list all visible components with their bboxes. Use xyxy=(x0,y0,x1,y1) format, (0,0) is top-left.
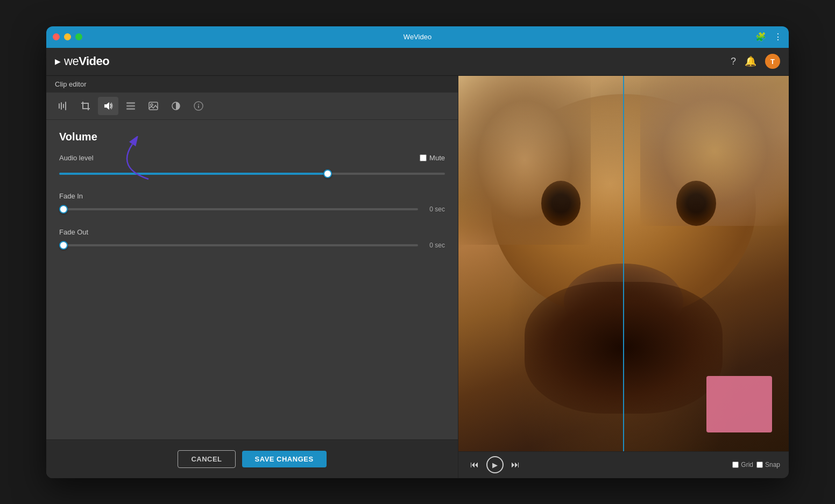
preview-area xyxy=(458,76,789,451)
audio-level-label-row: Audio level Mute xyxy=(59,154,445,162)
fade-out-label-row: Fade Out xyxy=(59,228,445,236)
svg-rect-2 xyxy=(63,104,64,108)
svg-rect-0 xyxy=(59,103,60,109)
svg-rect-3 xyxy=(65,102,66,110)
puzzle-icon[interactable]: 🧩 xyxy=(755,32,766,42)
fade-out-slider-row: 0 sec xyxy=(59,242,445,249)
skip-forward-button[interactable]: ⏭ xyxy=(508,457,523,472)
left-panel: Clip editor xyxy=(46,76,458,478)
tab-layers[interactable] xyxy=(121,97,141,115)
grid-label: Grid xyxy=(741,461,753,468)
fade-out-slider[interactable] xyxy=(59,244,418,246)
player-options: Grid Snap xyxy=(732,461,780,468)
window-title: WeVideo xyxy=(404,33,431,41)
fade-in-slider[interactable] xyxy=(59,208,418,210)
main-area: Clip editor xyxy=(46,76,789,478)
skip-back-button[interactable]: ⏮ xyxy=(467,457,482,472)
snap-option[interactable]: Snap xyxy=(756,461,780,468)
mute-control: Mute xyxy=(420,154,445,162)
window-controls xyxy=(53,33,82,40)
maximize-button[interactable] xyxy=(75,33,82,40)
fade-in-label-row: Fade In xyxy=(59,192,445,200)
menu-icon[interactable]: ⋮ xyxy=(774,32,782,42)
audio-level-group: Audio level Mute xyxy=(59,154,445,177)
clip-editor-label: Clip editor xyxy=(46,76,458,93)
svg-point-12 xyxy=(198,104,199,105)
cancel-button[interactable]: CANCEL xyxy=(178,450,235,468)
app-window: WeVideo 🧩 ⋮ ▶ weVideo ? 🔔 T Clip editor xyxy=(46,26,789,478)
tab-equalizer[interactable] xyxy=(53,97,73,115)
fade-out-label: Fade Out xyxy=(59,228,88,236)
svg-rect-4 xyxy=(126,102,135,104)
logo-text: weVideo xyxy=(64,54,109,68)
playhead xyxy=(623,76,624,451)
grid-checkbox[interactable] xyxy=(732,462,739,468)
logo: ▶ weVideo xyxy=(55,54,109,68)
tab-image[interactable] xyxy=(143,97,164,115)
fade-in-slider-row: 0 sec xyxy=(59,205,445,213)
tab-contrast[interactable] xyxy=(166,97,186,115)
audio-level-label: Audio level xyxy=(59,154,94,162)
svg-point-8 xyxy=(151,104,153,106)
fade-out-group: Fade Out 0 sec xyxy=(59,228,445,249)
play-pause-button[interactable]: ▶ xyxy=(486,456,504,473)
player-buttons: ⏮ ▶ ⏭ xyxy=(467,456,523,473)
bell-icon[interactable]: 🔔 xyxy=(745,55,756,67)
fade-in-label: Fade In xyxy=(59,192,83,200)
footer: CANCEL SAVE CHANGES xyxy=(46,439,458,478)
fade-out-value: 0 sec xyxy=(423,242,445,249)
mute-checkbox-input[interactable] xyxy=(420,154,427,161)
tab-bar xyxy=(46,93,458,120)
svg-rect-5 xyxy=(126,105,135,107)
svg-rect-6 xyxy=(126,108,135,110)
title-bar-actions: 🧩 ⋮ xyxy=(755,32,782,42)
snap-label: Snap xyxy=(765,461,780,468)
fade-in-group: Fade In 0 sec xyxy=(59,192,445,213)
grid-option[interactable]: Grid xyxy=(732,461,753,468)
content-area: Volume Audio level Mute xyxy=(46,120,458,439)
snap-checkbox[interactable] xyxy=(756,462,763,468)
svg-rect-11 xyxy=(198,105,199,108)
header-right: ? 🔔 T xyxy=(731,54,780,69)
right-panel: ⏮ ▶ ⏭ Grid Snap xyxy=(458,76,789,478)
help-icon[interactable]: ? xyxy=(731,56,736,67)
svg-rect-1 xyxy=(61,102,62,110)
tab-info[interactable] xyxy=(188,97,209,115)
mute-label: Mute xyxy=(429,154,445,162)
tab-volume[interactable] xyxy=(98,97,118,115)
app-header: ▶ weVideo ? 🔔 T xyxy=(46,48,789,76)
audio-level-slider[interactable] xyxy=(59,173,445,175)
user-avatar[interactable]: T xyxy=(765,54,780,69)
preview-image xyxy=(458,76,789,451)
close-button[interactable] xyxy=(53,33,60,40)
title-bar: WeVideo 🧩 ⋮ xyxy=(46,26,789,48)
section-title: Volume xyxy=(59,131,445,143)
tab-crop[interactable] xyxy=(75,97,96,115)
mute-checkbox-label[interactable]: Mute xyxy=(420,154,445,162)
fade-in-value: 0 sec xyxy=(423,205,445,213)
minimize-button[interactable] xyxy=(64,33,71,40)
player-controls: ⏮ ▶ ⏭ Grid Snap xyxy=(458,451,789,478)
logo-play-icon: ▶ xyxy=(55,57,61,66)
save-changes-button[interactable]: SAVE CHANGES xyxy=(242,451,327,467)
